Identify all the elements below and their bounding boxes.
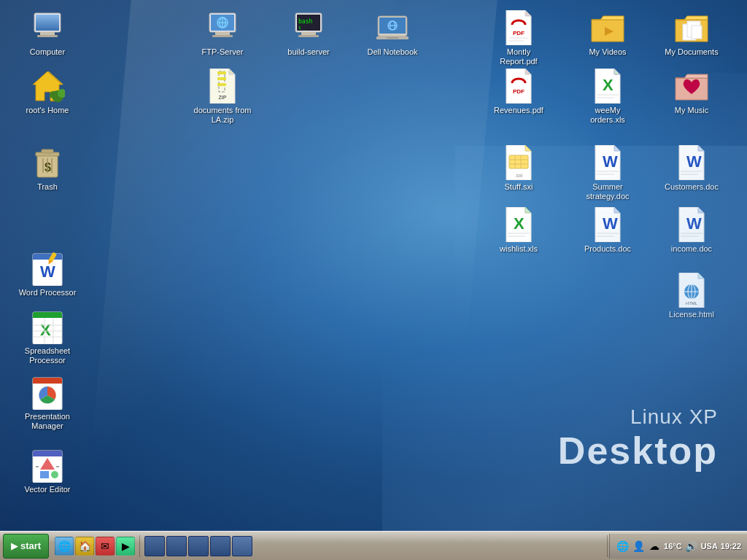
trash-icon: $ [30, 145, 65, 180]
svg-rect-17 [301, 32, 316, 35]
svg-text:$ _: $ _ [298, 25, 306, 31]
icon-roots-home[interactable]: root's Home [18, 66, 77, 118]
icon-dell-notebook[interactable]: Dell Notebook [363, 7, 422, 60]
summer-strategy-icon: W [590, 145, 625, 180]
svg-text:W: W [686, 152, 702, 171]
quick-btn-4[interactable]: ▶ [116, 537, 135, 556]
svg-marker-93 [614, 207, 620, 213]
icon-spreadsheet-processor[interactable]: X Spreadsheet Processor [18, 306, 77, 368]
svg-point-40 [50, 91, 57, 98]
svg-rect-46 [217, 83, 226, 86]
income-doc-label: income.doc [662, 244, 721, 254]
revenues-pdf-label: Revenues.pdf [489, 106, 548, 115]
svg-rect-3 [37, 35, 58, 37]
icon-license-html[interactable]: HTML License.html [662, 270, 721, 322]
svg-rect-120 [33, 382, 62, 384]
icon-presentation-manager[interactable]: Presentation Manager [18, 372, 77, 434]
taskbar-window-2[interactable] [166, 536, 187, 556]
documents-zip-icon: ZIP [205, 69, 240, 104]
svg-text:HTML: HTML [686, 301, 698, 306]
wishlist-xls-icon: X [501, 207, 536, 242]
icon-products-doc[interactable]: W Products.doc [578, 204, 637, 257]
taskbar-window-5[interactable] [232, 536, 252, 556]
spreadsheet-processor-label: Spreadsheet Processor [18, 346, 77, 365]
my-videos-icon [590, 10, 625, 45]
svg-text:.sxi: .sxi [515, 173, 523, 178]
svg-rect-25 [387, 37, 398, 39]
svg-rect-124 [33, 455, 62, 456]
svg-rect-44 [217, 71, 226, 74]
taskbar-window-3[interactable] [188, 536, 209, 556]
ftp-server-icon [205, 10, 240, 45]
icon-customers-doc[interactable]: W Customers.doc [662, 142, 721, 195]
svg-text:W: W [686, 214, 702, 233]
computer-icon [30, 10, 65, 45]
roots-home-icon [30, 69, 65, 104]
icon-revenues-pdf[interactable]: PDF Revenues.pdf [489, 66, 548, 118]
svg-text:W: W [603, 152, 618, 171]
revenues-pdf-icon: PDF [501, 69, 536, 104]
svg-rect-4 [36, 15, 59, 31]
icon-my-documents[interactable]: My Documents [662, 7, 721, 60]
icon-computer[interactable]: Computer [18, 7, 77, 60]
summer-strategy-label: Summer strategy.doc [578, 182, 637, 201]
icon-income-doc[interactable]: W income.doc [662, 204, 721, 257]
icon-wishlist-xls[interactable]: X wishlist.xls [489, 204, 548, 257]
icon-build-server[interactable]: bash $ _ build-server [279, 7, 338, 60]
build-server-icon: bash $ _ [291, 10, 326, 45]
icon-word-processor[interactable]: W Word Processor [18, 248, 77, 300]
svg-rect-12 [212, 35, 233, 37]
products-doc-label: Products.doc [578, 244, 637, 254]
icon-summer-strategy[interactable]: W Summer strategy.doc [578, 142, 637, 204]
svg-marker-49 [525, 69, 531, 74]
icon-my-music[interactable]: My Music [662, 66, 721, 118]
svg-rect-11 [215, 32, 230, 35]
taskbar-window-area [144, 534, 603, 559]
icon-ftp-server[interactable]: FTP-Server [193, 7, 252, 60]
svg-rect-104 [33, 316, 62, 318]
systray-weather-icon: ☁ [648, 540, 661, 553]
icon-documents-zip[interactable]: ZIP documents from LA.zip [193, 66, 252, 128]
icon-weekly-orders[interactable]: X weeMy orders.xls [578, 66, 637, 128]
svg-marker-98 [698, 207, 704, 213]
taskbar-window-1[interactable] [144, 536, 165, 556]
documents-zip-label: documents from LA.zip [193, 106, 252, 125]
taskbar-window-4[interactable] [210, 536, 231, 556]
quick-btn-3[interactable]: ✉ [96, 537, 115, 556]
icon-stuff-sxi[interactable]: .sxi Stuff.sxi [489, 142, 548, 195]
wishlist-xls-label: wishlist.xls [489, 244, 548, 254]
desktop: Computer FTP-Server bash $ _ [0, 0, 747, 531]
customers-doc-label: Customers.doc [662, 182, 721, 192]
ftp-server-label: FTP-Server [193, 47, 252, 57]
my-documents-icon [674, 10, 709, 45]
systray-temp: 16°C [664, 542, 682, 551]
quick-btn-2[interactable]: 🏠 [75, 537, 94, 556]
systray: 🌐 👤 ☁ 16°C 🔊 USA 19:22 [609, 534, 747, 559]
watermark-line1: Linux XP [558, 405, 718, 429]
svg-rect-65 [509, 155, 528, 168]
dell-notebook-icon [375, 10, 410, 45]
svg-text:ZIP: ZIP [219, 95, 227, 100]
systray-network-icon[interactable]: 🌐 [616, 540, 629, 553]
svg-rect-34 [692, 26, 702, 39]
systray-user-icon[interactable]: 👤 [632, 540, 645, 553]
my-music-label: My Music [662, 106, 721, 115]
systray-sound-icon[interactable]: 🔊 [685, 540, 698, 553]
computer-label: Computer [18, 47, 77, 57]
start-button[interactable]: ▶ start [3, 534, 49, 559]
icon-vector-editor[interactable]: Vector Editor [18, 445, 77, 497]
svg-rect-83 [33, 258, 62, 260]
icon-my-videos[interactable]: My Videos [578, 7, 637, 60]
svg-text:W: W [40, 262, 55, 281]
svg-text:bash: bash [298, 18, 312, 25]
svg-marker-72 [614, 145, 620, 151]
icon-monthly-report[interactable]: PDF Montly Report.pdf [489, 7, 548, 69]
icon-trash[interactable]: $ Trash [18, 142, 77, 195]
svg-text:PDF: PDF [513, 88, 525, 95]
svg-marker-42 [229, 69, 235, 74]
svg-text:X: X [514, 214, 525, 233]
quick-btn-1[interactable]: 🌐 [55, 537, 74, 556]
quick-launch: 🌐 🏠 ✉ ▶ [55, 537, 135, 556]
license-html-icon: HTML [674, 273, 709, 308]
customers-doc-icon: W [674, 145, 709, 180]
